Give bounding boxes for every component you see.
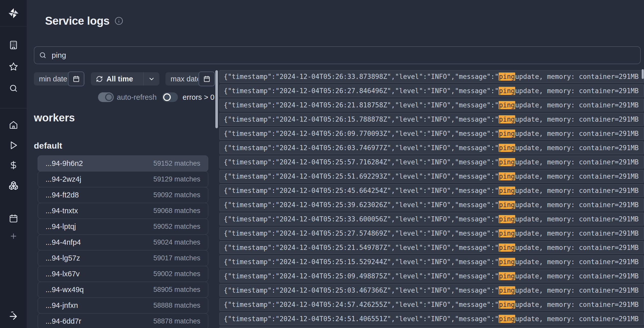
- magnifier-icon: [39, 51, 47, 59]
- log-text: {"timestamp":"2024-12-04T05:26:09.770093…: [224, 130, 499, 137]
- dollar-icon[interactable]: [6, 158, 21, 172]
- worker-match-count: 59002 matches: [153, 270, 200, 278]
- log-text: {"timestamp":"2024-12-04T05:26:21.818758…: [224, 101, 499, 109]
- search-match-highlight: ping: [499, 286, 515, 294]
- log-row: {"timestamp":"2024-12-04T05:25:15.529244…: [219, 255, 644, 268]
- log-row: {"timestamp":"2024-12-04T05:25:39.623026…: [219, 198, 644, 211]
- worker-row[interactable]: ...94-lx67v59002 matches: [38, 266, 208, 282]
- log-text: update, memory: container=291MB: [515, 87, 639, 95]
- plus-icon[interactable]: [6, 229, 21, 243]
- min-date-input[interactable]: [38, 75, 68, 83]
- service-logs-page: Service logs: [0, 0, 644, 328]
- worker-row[interactable]: ...94-lg57z59017 matches: [38, 250, 208, 266]
- log-scrollbar-track[interactable]: [215, 70, 218, 328]
- calendar-icon[interactable]: [6, 211, 21, 226]
- search-match-highlight: ping: [499, 301, 515, 309]
- worker-match-count: 59017 matches: [153, 254, 200, 262]
- worker-match-count: 59129 matches: [153, 175, 200, 183]
- info-icon[interactable]: [115, 17, 123, 26]
- log-text: {"timestamp":"2024-12-04T05:26:33.873898…: [224, 73, 499, 80]
- worker-name: ...94-tnxtx: [46, 207, 78, 215]
- windmill-logo-icon[interactable]: [6, 6, 21, 20]
- worker-name: ...94-lg57z: [46, 254, 80, 262]
- building-icon[interactable]: [6, 38, 21, 52]
- log-text: {"timestamp":"2024-12-04T05:25:33.600056…: [224, 215, 499, 223]
- log-text: {"timestamp":"2024-12-04T05:26:15.788878…: [224, 116, 499, 123]
- search-bar[interactable]: [34, 46, 641, 64]
- log-text: update, memory: container=291MB: [515, 230, 639, 237]
- min-date-calendar-button[interactable]: [68, 72, 84, 86]
- star-icon[interactable]: [6, 60, 21, 74]
- worker-row[interactable]: ...94-lptqj59052 matches: [38, 219, 208, 235]
- log-text: update, memory: container=291MB: [515, 116, 639, 123]
- log-text: update, memory: container=291MB: [515, 187, 639, 194]
- sidebar-divider: [0, 108, 27, 108]
- log-text: {"timestamp":"2024-12-04T05:25:03.467366…: [224, 287, 499, 294]
- play-icon[interactable]: [6, 138, 21, 152]
- log-text: update, memory: container=291MB: [515, 201, 639, 209]
- min-date-field[interactable]: [34, 72, 85, 85]
- log-row: {"timestamp":"2024-12-04T05:26:03.746977…: [219, 141, 644, 154]
- log-text: update, memory: container=291MB: [515, 173, 639, 180]
- max-date-calendar-button[interactable]: [199, 72, 215, 86]
- max-date-input[interactable]: [170, 75, 199, 83]
- worker-name: ...94-4nfp4: [46, 238, 81, 247]
- log-scrollbar-thumb[interactable]: [215, 70, 218, 128]
- worker-name: ...94-2wz4j: [46, 175, 81, 183]
- search-match-highlight: ping: [499, 73, 515, 81]
- worker-list: ...94-9h6n259152 matches...94-2wz4j59129…: [38, 155, 208, 328]
- log-list: {"timestamp":"2024-12-04T05:26:33.873898…: [219, 70, 644, 328]
- workers-panel: All time: [27, 67, 215, 328]
- worker-match-count: 58878 matches: [153, 317, 200, 325]
- log-text: {"timestamp":"2024-12-04T05:25:45.664254…: [224, 187, 499, 194]
- sidebar: [0, 0, 27, 328]
- log-text: {"timestamp":"2024-12-04T05:24:57.426255…: [224, 301, 499, 308]
- log-row: {"timestamp":"2024-12-04T05:25:03.467366…: [219, 284, 644, 297]
- log-text: {"timestamp":"2024-12-04T05:26:03.746977…: [224, 144, 499, 152]
- calendar-icon: [203, 76, 210, 82]
- refresh-icon: [96, 76, 103, 82]
- search-match-highlight: ping: [499, 115, 515, 123]
- search-icon[interactable]: [6, 81, 21, 95]
- log-text: {"timestamp":"2024-12-04T05:25:27.574869…: [224, 230, 499, 237]
- log-text: update, memory: container=291MB: [515, 73, 639, 80]
- worker-match-count: 59024 matches: [153, 238, 200, 246]
- toggle-knob: [105, 93, 113, 101]
- worker-row[interactable]: ...94-wx49q58905 matches: [38, 282, 208, 298]
- worker-name: ...94-6dd7r: [46, 317, 81, 325]
- home-icon[interactable]: [6, 118, 21, 132]
- search-match-highlight: ping: [499, 272, 515, 280]
- expand-sidebar-arrow-icon[interactable]: [6, 308, 21, 323]
- worker-row[interactable]: ...94-2wz4j59129 matches: [38, 171, 208, 187]
- worker-match-count: 59068 matches: [153, 207, 200, 215]
- log-row: {"timestamp":"2024-12-04T05:24:57.426255…: [219, 298, 644, 311]
- worker-row[interactable]: ...94-ft2d859092 matches: [38, 187, 208, 203]
- log-text: {"timestamp":"2024-12-04T05:25:15.529244…: [224, 258, 499, 266]
- worker-row[interactable]: ...94-6dd7r58878 matches: [38, 313, 208, 328]
- log-row: {"timestamp":"2024-12-04T05:25:09.498875…: [219, 270, 644, 282]
- log-text: update, memory: container=291MB: [515, 101, 639, 109]
- log-row-partial: [219, 327, 644, 328]
- search-input[interactable]: [51, 51, 636, 60]
- worker-match-count: 58905 matches: [153, 286, 200, 294]
- worker-row[interactable]: ...94-jnfxn58888 matches: [38, 297, 208, 313]
- time-range-button[interactable]: All time: [91, 72, 159, 85]
- search-match-highlight: ping: [499, 258, 515, 266]
- worker-row[interactable]: ...94-4nfp459024 matches: [38, 234, 208, 250]
- log-row: {"timestamp":"2024-12-04T05:26:15.788878…: [219, 113, 644, 126]
- log-row: {"timestamp":"2024-12-04T05:26:27.846496…: [219, 84, 644, 97]
- log-row: {"timestamp":"2024-12-04T05:26:21.818758…: [219, 99, 644, 111]
- search-match-highlight: ping: [499, 229, 515, 237]
- worker-row[interactable]: ...94-tnxtx59068 matches: [38, 203, 208, 219]
- auto-refresh-toggle[interactable]: [98, 92, 114, 102]
- log-text: update, memory: container=291MB: [515, 244, 639, 251]
- toggle-knob: [163, 93, 171, 101]
- page-scrollbar-thumb[interactable]: [642, 69, 644, 79]
- boxes-icon[interactable]: [6, 178, 21, 193]
- errors-toggle[interactable]: [162, 92, 178, 102]
- time-range-dropdown[interactable]: [144, 72, 159, 85]
- worker-row[interactable]: ...94-9h6n259152 matches: [38, 155, 208, 172]
- max-date-field[interactable]: [165, 72, 215, 85]
- log-row: {"timestamp":"2024-12-04T05:25:45.664254…: [219, 184, 644, 197]
- log-text: update, memory: container=291MB: [515, 258, 639, 266]
